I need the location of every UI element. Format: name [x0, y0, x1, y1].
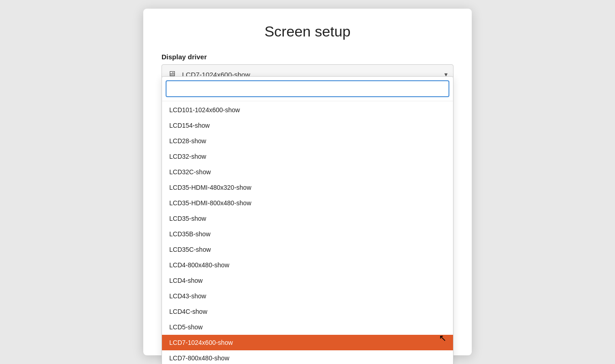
list-item[interactable]: LCD4-800x480-show	[162, 257, 453, 273]
list-item[interactable]: LCD35B-show	[162, 226, 453, 242]
dropdown-search-wrapper	[162, 77, 453, 101]
display-driver-label: Display driver	[162, 53, 453, 61]
list-item[interactable]: LCD43-show	[162, 288, 453, 304]
list-item[interactable]: LCD35C-show	[162, 242, 453, 257]
list-item[interactable]: LCD32-show	[162, 149, 453, 164]
dropdown-overlay: WaveShare LCD101-1024x600-showLCD154-sho…	[162, 76, 453, 364]
list-item[interactable]: LCD35-HDMI-480x320-show	[162, 180, 453, 195]
list-item[interactable]: LCD4C-show	[162, 304, 453, 319]
list-item[interactable]: LCD154-show	[162, 118, 453, 133]
dropdown-list[interactable]: WaveShare LCD101-1024x600-showLCD154-sho…	[162, 101, 453, 364]
list-item[interactable]: LCD35-HDMI-800x480-show	[162, 195, 453, 211]
list-item[interactable]: LCD35-show	[162, 211, 453, 226]
list-item[interactable]: LCD7-1024x600-show	[162, 335, 453, 350]
list-item[interactable]: LCD28-show	[162, 133, 453, 149]
list-item[interactable]: LCD4-show	[162, 273, 453, 288]
list-item[interactable]: LCD32C-show	[162, 164, 453, 180]
search-input[interactable]	[166, 80, 449, 97]
list-item[interactable]: LCD5-show	[162, 319, 453, 335]
list-item[interactable]: LCD101-1024x600-show	[162, 102, 453, 118]
list-item[interactable]: LCD7-800x480-show	[162, 350, 453, 364]
modal: Screen setup Display driver 🖥 LCD7-1024x…	[143, 9, 472, 355]
page-title: Screen setup	[162, 23, 453, 40]
